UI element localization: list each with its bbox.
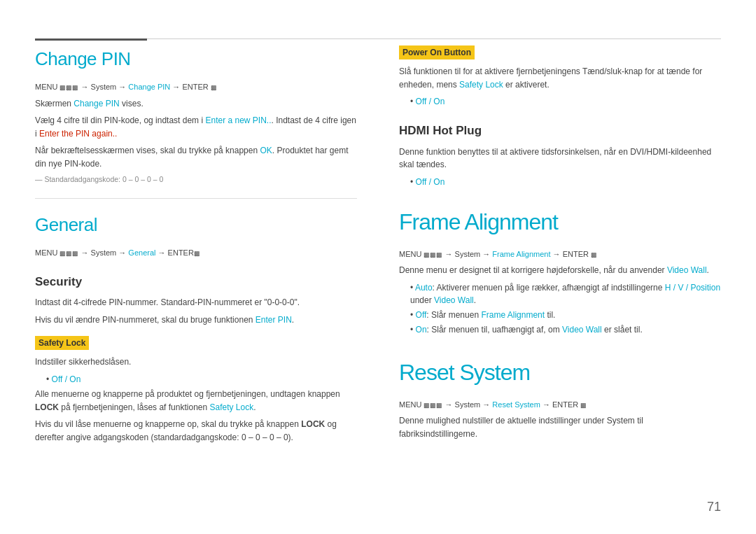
safety-lock-bullet1: Off / On [46, 373, 357, 386]
divider1 [35, 198, 357, 199]
general-title: General [35, 211, 357, 239]
safety-lock-label: Safety Lock [35, 336, 89, 350]
security-title: Security [35, 273, 357, 291]
page-container: Change PIN MENU ▩▩▩ → System → Change PI… [0, 0, 756, 534]
change-pin-line2: Vælg 4 cifre til din PIN-kode, og indtas… [35, 114, 357, 140]
page-number: 71 [707, 498, 721, 517]
frame-alignment-bullet1: Auto: Aktiverer menuen på lige rækker, a… [410, 281, 721, 307]
change-pin-title: Change PIN [35, 45, 357, 73]
hdmi-title: HDMI Hot Plug [399, 122, 721, 140]
power-on-line1: Slå funktionen til for at aktivere fjern… [399, 65, 721, 91]
change-pin-path-highlight: Change PIN [128, 83, 170, 91]
power-on-button-section: Power On Button Slå funktionen til for a… [399, 45, 721, 108]
frame-alignment-bullet2: Off: Slår menuen Frame Alignment til. [410, 309, 721, 321]
change-pin-line1: Skærmen Change PIN vises. [35, 97, 357, 111]
power-on-bullet1: Off / On [410, 95, 721, 108]
right-column: Power On Button Slå funktionen til for a… [399, 45, 721, 448]
safety-lock-line3: Hvis du vil låse menuerne og knapperne o… [35, 418, 357, 444]
security-line1: Indtast dit 4-cifrede PIN-nummer. Standa… [35, 296, 357, 309]
change-pin-section: Change PIN MENU ▩▩▩ → System → Change PI… [35, 45, 357, 185]
safety-lock-line1: Indstiller sikkerhedslåsen. [35, 356, 357, 369]
safety-lock-line2: Alle menuerne og knapperne på produktet … [35, 388, 357, 414]
hdmi-bullet1: Off / On [410, 176, 721, 188]
main-columns: Change PIN MENU ▩▩▩ → System → Change PI… [35, 45, 721, 448]
frame-alignment-menu-path: MENU ▩▩▩ → System → Frame Alignment → EN… [399, 248, 721, 260]
security-section: Security Indtast dit 4-cifrede PIN-numme… [35, 273, 357, 327]
frame-alignment-bullets: Auto: Aktiverer menuen på lige rækker, a… [399, 281, 721, 336]
frame-alignment-section: Frame Alignment MENU ▩▩▩ → System → Fram… [399, 205, 721, 336]
safety-lock-section: Safety Lock Indstiller sikkerhedslåsen. … [35, 336, 357, 444]
general-menu-path: MENU ▩▩▩ → System → General → ENTER▩ [35, 247, 357, 259]
hdmi-line1: Denne funktion benyttes til at aktivere … [399, 146, 721, 171]
hdmi-section: HDMI Hot Plug Denne funktion benyttes ti… [399, 122, 721, 188]
reset-system-path-highlight: Reset System [492, 400, 540, 409]
change-pin-menu-path: MENU ▩▩▩ → System → Change PIN → ENTER ▩ [35, 81, 357, 93]
reset-system-section: Reset System MENU ▩▩▩ → System → Reset S… [399, 356, 721, 441]
frame-alignment-line1: Denne menu er designet til at korrigere … [399, 264, 721, 277]
frame-alignment-title: Frame Alignment [399, 205, 721, 239]
change-pin-line3: Når bekræftelsesskærmen vises, skal du t… [35, 144, 357, 170]
reset-system-title: Reset System [399, 356, 721, 389]
frame-alignment-path-highlight: Frame Alignment [492, 250, 550, 258]
left-column: Change PIN MENU ▩▩▩ → System → Change PI… [35, 45, 357, 448]
general-section: General MENU ▩▩▩ → System → General → EN… [35, 211, 357, 444]
frame-alignment-bullet3: On: Slår menuen til, uafhængigt af, om V… [410, 323, 721, 336]
power-on-label: Power On Button [399, 45, 475, 59]
security-line2: Hvis du vil ændre PIN-nummeret, skal du … [35, 314, 357, 327]
left-divider-accent [35, 38, 147, 41]
general-path-highlight: General [128, 248, 155, 257]
reset-system-line1: Denne mulighed nulstiller de aktuelle in… [399, 414, 721, 440]
reset-system-menu-path: MENU ▩▩▩ → System → Reset System → ENTER… [399, 399, 721, 411]
change-pin-standard-note: ― Standardadgangskode: 0 – 0 – 0 – 0 [35, 174, 357, 185]
